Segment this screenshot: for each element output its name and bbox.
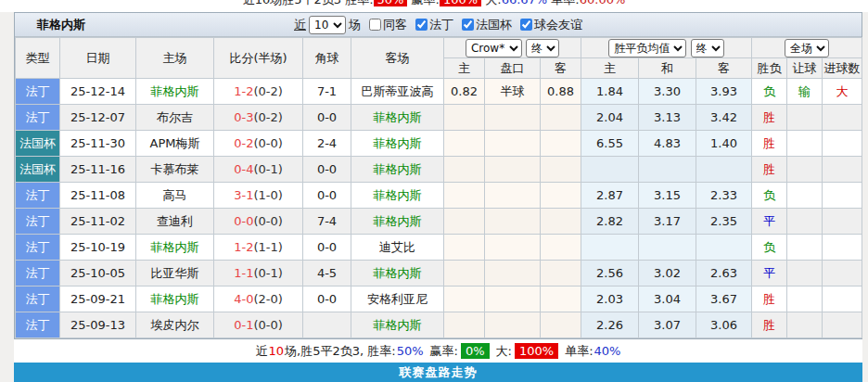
odds-handicap-value: 半球 [485,79,541,105]
col-header-type: 类型 [16,38,60,79]
top-stats-box2: 100% [440,0,481,6]
match-date: 25-12-14 [60,79,136,105]
avg-stage-select[interactable]: 终 [691,39,724,57]
match-table: 类型 日期 主场 比分(半场) 角球 客场 Crow* 终 胜平负均值 终 [15,37,862,338]
filter-league[interactable]: 法丁 [410,17,453,33]
odds-away-value [541,286,581,312]
odds-handicap-value [485,286,541,312]
avg-draw-value: 3.30 [639,79,696,105]
corner-count: 2-4 [303,131,351,157]
match-type-badge: 法丁 [16,261,60,286]
odds-group-header: Crow* 终 [444,38,581,58]
away-team: 巴斯蒂亚波高 [351,79,444,105]
cup-checkbox[interactable] [462,19,474,31]
match-type-badge: 法国杯 [16,157,60,183]
subcol-odds-home: 主 [444,58,485,79]
same-away-checkbox[interactable] [369,19,381,31]
odds-stage-select[interactable]: 终 [526,39,559,57]
home-team: 高马 [136,183,214,209]
match-type-badge: 法国杯 [16,131,60,157]
halftime-score: (0-0) [253,136,282,150]
match-date: 25-10-05 [60,261,136,286]
match-date: 25-11-02 [60,209,136,235]
handicap-result-value [787,183,823,209]
handicap-result-value [787,209,823,235]
handicap-result-value: 输 [787,79,823,105]
corner-count: 7-1 [303,79,351,105]
home-team: 查迪利 [136,209,214,235]
avg-draw-value: 3.07 [639,312,696,338]
table-row: 法丁 25-10-19 菲格内斯 1-2(1-1) 0-0 迪艾比 负 [16,235,862,261]
handicap-result-value [787,157,823,183]
odds-home-value [444,286,485,312]
friendly-label: 球会友谊 [534,18,582,32]
odds-company-select[interactable]: Crow* [466,39,522,57]
summary-stats-row: 近10场,胜5平2负3, 胜率:50%赢率:0%大:100%单率:40% [14,339,862,363]
avg-away-value [696,235,752,261]
top-stats-box1: 50% [374,0,408,6]
avg-away-value: 3.42 [696,105,752,131]
filter-same-away[interactable]: 同客 [364,17,407,33]
avg-draw-value: 3.13 [639,105,696,131]
filter-friendly[interactable]: 球会友谊 [515,17,582,33]
friendly-checkbox[interactable] [520,19,532,31]
col-header-score: 比分(半场) [214,38,303,79]
top-stats-mid: 赢率: [407,0,440,6]
match-type-badge: 法丁 [16,235,60,261]
odds-handicap-value [485,183,541,209]
stats-winrate-label: 赢率: [430,343,458,360]
league-checkbox[interactable] [415,19,428,31]
fulltime-score: 0-4 [234,162,253,176]
away-team: 菲格内斯 [351,105,444,131]
odds-home-value: 0.82 [444,79,485,105]
avg-home-value: 1.84 [581,79,639,105]
home-team: APM梅斯 [136,131,214,157]
odds-away-value [541,235,581,261]
halftime-score: (0-1) [253,162,282,176]
home-team: 菲格内斯 [136,286,214,312]
match-date: 25-11-08 [60,183,136,209]
home-team: 菲格内斯 [136,79,214,105]
avg-home-value: 6.55 [581,131,639,157]
cup-label: 法国杯 [476,18,512,32]
goals-result-value [823,235,862,261]
avg-draw-value: 3.02 [639,261,696,286]
match-date: 25-11-16 [60,157,136,183]
avg-draw-value: 3.15 [639,183,696,209]
match-date: 25-09-13 [60,312,136,338]
match-count-select[interactable]: 10 [309,16,346,34]
away-team: 菲格内斯 [351,312,444,338]
league-handicap-trend-bar: 联赛盘路走势 [14,363,862,382]
handicap-result-value [787,235,823,261]
stats-single-rate: 40% [594,344,621,358]
handicap-result-value [787,131,823,157]
match-date: 25-10-19 [60,235,136,261]
away-team: 安格利亚尼 [351,286,444,312]
fulltime-score: 0-2 [234,136,253,150]
match-date: 25-09-21 [60,286,136,312]
avg-type-select[interactable]: 胜平负均值 [608,39,686,57]
handicap-result-value [787,261,823,286]
avg-home-value [581,157,639,183]
page-title-team-name: 菲格内斯 [37,17,85,33]
fulltime-score: 0-0 [234,214,253,228]
odds-handicap-value [485,209,541,235]
match-type-badge: 法丁 [16,286,60,312]
goals-result-value [823,157,862,183]
avg-home-value: 2.26 [581,312,639,338]
avg-draw-value: 4.83 [639,131,696,157]
score-cell: 1-2(0-2) [214,79,303,105]
table-row: 法丁 25-09-21 菲格内斯 4-0(2-0) 0-0 安格利亚尼 2.03… [16,286,862,312]
header-row-groups: 类型 日期 主场 比分(半场) 角球 客场 Crow* 终 胜平负均值 终 [16,38,862,58]
result-value: 平 [752,209,787,235]
filter-cup[interactable]: 法国杯 [456,17,512,33]
fulltime-score: 0-3 [234,110,253,124]
scope-select[interactable]: 全场 [785,39,829,57]
avg-home-value: 2.03 [581,286,639,312]
score-cell: 0-3(0-2) [214,105,303,131]
subcol-goals: 进球数 [823,58,862,79]
match-type-badge: 法丁 [16,312,60,338]
col-header-away: 客场 [351,38,444,79]
handicap-result-value [787,312,823,338]
home-team: 埃皮内尔 [136,312,214,338]
